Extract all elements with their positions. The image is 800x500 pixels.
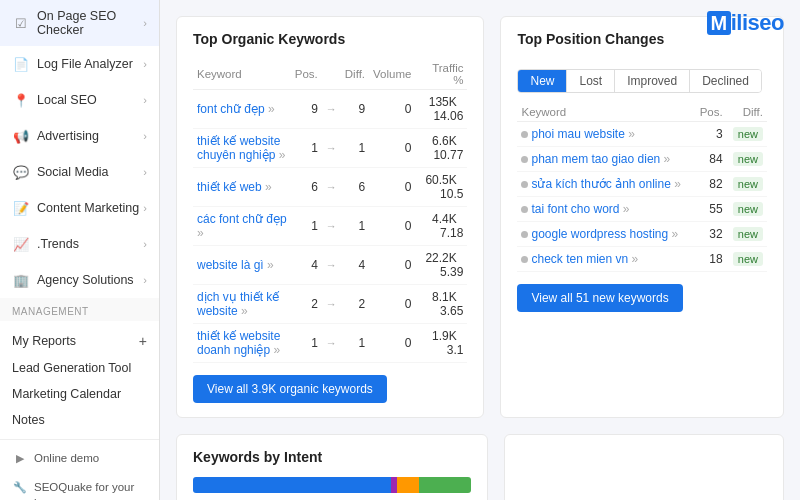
mgmt-label-marketing-cal: Marketing Calendar: [12, 387, 121, 401]
kw-link-0[interactable]: font chữ đẹp: [193, 90, 291, 129]
view-all-new-keywords-button[interactable]: View all 51 new keywords: [517, 284, 682, 312]
management-section: My Reports + Lead Generation Tool Market…: [0, 321, 159, 439]
mgmt-item-my-reports[interactable]: My Reports +: [0, 327, 159, 355]
kw-volume-0: 0: [369, 90, 415, 129]
position-changes-title: Top Position Changes: [517, 31, 664, 47]
organic-keywords-title: Top Organic Keywords: [193, 31, 467, 47]
pos-val-5: 18: [694, 247, 727, 272]
logo: Miliseo: [707, 10, 784, 35]
keyword-row-1: thiết kế website chuyên nghiệp 1 → 1 0 6…: [193, 129, 467, 168]
trends-icon: 📈: [12, 235, 30, 253]
mgmt-label-notes: Notes: [12, 413, 45, 427]
kw-link-2[interactable]: thiết kế web: [193, 168, 291, 207]
tab-improved[interactable]: Improved: [615, 70, 690, 92]
mgmt-item-marketing-cal[interactable]: Marketing Calendar: [0, 381, 159, 407]
sidebar-item-label-on-page-seo: On Page SEO Checker: [37, 9, 143, 37]
kw-pos-5: 2: [291, 285, 322, 324]
sidebar-bottom-seoquake[interactable]: 🔧 SEOQuake for your browser: [0, 473, 159, 500]
tab-lost[interactable]: Lost: [567, 70, 615, 92]
chevron-icon-local-seo: ›: [143, 94, 147, 106]
pos-row-4: google wordpress hosting 32 new: [517, 222, 767, 247]
sidebar-item-log-file[interactable]: 📄 Log File Analyzer ›: [0, 46, 159, 82]
kw-diff-1: 1: [341, 129, 369, 168]
pos-row-2: sửa kích thước ảnh online 82 new: [517, 172, 767, 197]
kw-volume-2: 0: [369, 168, 415, 207]
pos-col-pos: Pos.: [694, 103, 727, 122]
chevron-icon-content-marketing: ›: [143, 202, 147, 214]
view-all-keywords-button[interactable]: View all 3.9K organic keywords: [193, 375, 387, 403]
management-label: MANAGEMENT: [0, 298, 159, 321]
mgmt-label-my-reports: My Reports: [12, 334, 76, 348]
pos-kw-5[interactable]: check ten mien vn: [517, 247, 694, 272]
sidebar: ☑ On Page SEO Checker › 📄 Log File Analy…: [0, 0, 160, 500]
kw-link-5[interactable]: dịch vụ thiết kế website: [193, 285, 291, 324]
pos-badge-0: new: [727, 122, 767, 147]
kw-pos-4: 4: [291, 246, 322, 285]
kw-pos-1: 1: [291, 129, 322, 168]
intent-bar-seg: [419, 477, 471, 493]
tab-new[interactable]: New: [518, 70, 567, 92]
sidebar-item-agency[interactable]: 🏢 Agency Solutions ›: [0, 262, 159, 298]
kw-traffic-4: 22.2K 5.39: [415, 246, 467, 285]
col-volume: Volume: [369, 59, 415, 90]
sidebar-bottom-label-seoquake: SEOQuake for your browser: [34, 479, 147, 500]
pos-kw-1[interactable]: phan mem tao giao dien: [517, 147, 694, 172]
sidebar-top-section: ☑ On Page SEO Checker › 📄 Log File Analy…: [0, 0, 159, 298]
sidebar-item-label-agency: Agency Solutions: [37, 273, 143, 287]
sidebar-bottom-online-demo[interactable]: ▶ Online demo: [0, 444, 159, 473]
keyword-row-4: website là gì 4 → 4 0 22.2K 5.39: [193, 246, 467, 285]
pos-kw-0[interactable]: phoi mau website: [517, 122, 694, 147]
col-diff: Diff.: [341, 59, 369, 90]
kw-volume-1: 0: [369, 129, 415, 168]
pos-badge-1: new: [727, 147, 767, 172]
pos-kw-2[interactable]: sửa kích thước ảnh online: [517, 172, 694, 197]
pos-row-0: phoi mau website 3 new: [517, 122, 767, 147]
sidebar-bottom-section: ▶ Online demo 🔧 SEOQuake for your browse…: [0, 439, 159, 500]
kw-traffic-6: 1.9K 3.1: [415, 324, 467, 363]
kw-diff-4: 4: [341, 246, 369, 285]
pos-badge-2: new: [727, 172, 767, 197]
local-seo-icon: 📍: [12, 91, 30, 109]
sidebar-item-label-advertising: Advertising: [37, 129, 143, 143]
sidebar-item-trends[interactable]: 📈 .Trends ›: [0, 226, 159, 262]
kw-link-3[interactable]: các font chữ đẹp: [193, 207, 291, 246]
sidebar-item-advertising[interactable]: 📢 Advertising ›: [0, 118, 159, 154]
pos-val-2: 82: [694, 172, 727, 197]
kw-volume-3: 0: [369, 207, 415, 246]
tab-declined[interactable]: Declined: [690, 70, 761, 92]
sidebar-item-local-seo[interactable]: 📍 Local SEO ›: [0, 82, 159, 118]
intent-panel: Keywords by Intent Intent Keywords Traff…: [176, 434, 488, 500]
kw-diff-3: 1: [341, 207, 369, 246]
sidebar-item-label-content-marketing: Content Marketing: [37, 201, 143, 215]
plus-icon-my-reports[interactable]: +: [139, 333, 147, 349]
pos-kw-4[interactable]: google wordpress hosting: [517, 222, 694, 247]
kw-traffic-0: 135K 14.06: [415, 90, 467, 129]
pos-val-1: 84: [694, 147, 727, 172]
pos-row-5: check ten mien vn 18 new: [517, 247, 767, 272]
mgmt-item-lead-gen[interactable]: Lead Generation Tool: [0, 355, 159, 381]
chevron-icon-advertising: ›: [143, 130, 147, 142]
sidebar-item-social-media[interactable]: 💬 Social Media ›: [0, 154, 159, 190]
kw-link-1[interactable]: thiết kế website chuyên nghiệp: [193, 129, 291, 168]
mgmt-item-notes[interactable]: Notes: [0, 407, 159, 433]
sidebar-item-label-log-file: Log File Analyzer: [37, 57, 143, 71]
chevron-icon-log-file: ›: [143, 58, 147, 70]
kw-arrow-5: →: [322, 285, 341, 324]
sidebar-item-label-trends: .Trends: [37, 237, 143, 251]
col-traffic: Traffic %: [415, 59, 467, 90]
sidebar-item-content-marketing[interactable]: 📝 Content Marketing ›: [0, 190, 159, 226]
kw-pos-3: 1: [291, 207, 322, 246]
kw-volume-5: 0: [369, 285, 415, 324]
keyword-row-5: dịch vụ thiết kế website 2 → 2 0 8.1K 3.…: [193, 285, 467, 324]
kw-link-6[interactable]: thiết kế website doanh nghiệp: [193, 324, 291, 363]
on-page-seo-icon: ☑: [12, 14, 30, 32]
pos-kw-3[interactable]: tai font cho word: [517, 197, 694, 222]
sidebar-item-on-page-seo[interactable]: ☑ On Page SEO Checker ›: [0, 0, 159, 46]
logo-m: M: [707, 11, 731, 35]
position-changes-panel: Top Position Changes Miliseo NewLostImpr…: [500, 16, 784, 418]
kw-link-4[interactable]: website là gì: [193, 246, 291, 285]
position-tabs: NewLostImprovedDeclined: [517, 69, 761, 93]
kw-diff-6: 1: [341, 324, 369, 363]
kw-traffic-3: 4.4K 7.18: [415, 207, 467, 246]
pos-row-3: tai font cho word 55 new: [517, 197, 767, 222]
